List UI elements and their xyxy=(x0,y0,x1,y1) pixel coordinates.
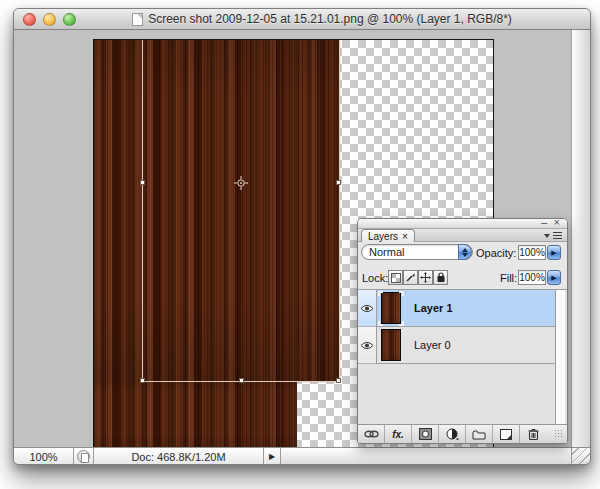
fill-label: Fill: xyxy=(500,272,517,284)
panel-resize-grip[interactable] xyxy=(554,429,564,439)
zoom-button[interactable] xyxy=(63,13,76,26)
vertical-scrollbar[interactable] xyxy=(571,30,591,447)
screenshot-stage: Screen shot 2009-12-05 at 15.21.01.png @… xyxy=(0,0,600,489)
delete-layer-button[interactable] xyxy=(520,425,547,443)
new-adjustment-layer-button[interactable] xyxy=(439,425,466,443)
minimize-button[interactable] xyxy=(43,13,56,26)
opacity-value-field[interactable]: 100% xyxy=(518,245,546,260)
opacity-label: Opacity: xyxy=(476,247,516,259)
layers-list: Layer 1 Layer 0 xyxy=(358,290,567,424)
zoom-level-value: 100% xyxy=(29,451,57,463)
transform-handle-left[interactable] xyxy=(140,180,145,185)
version-cue-status-cell xyxy=(74,448,94,465)
opacity-arrow-icon: ▶ xyxy=(551,249,556,257)
horizontal-scrollbar[interactable] xyxy=(281,448,571,465)
fill-slider-button[interactable]: ▶ xyxy=(547,270,561,285)
add-layer-mask-button[interactable] xyxy=(412,425,439,443)
fill-arrow-icon: ▶ xyxy=(551,274,556,282)
lock-transparency-icon xyxy=(391,273,401,283)
panel-titlebar[interactable]: – × xyxy=(358,219,567,229)
opacity-value: 100% xyxy=(519,247,545,258)
fx-icon: fx. xyxy=(392,429,404,440)
lock-position-button[interactable] xyxy=(418,270,433,285)
titlebar[interactable]: Screen shot 2009-12-05 at 15.21.01.png @… xyxy=(14,9,590,30)
layer-style-button[interactable]: fx. xyxy=(385,425,412,443)
status-menu-button[interactable]: ▶ xyxy=(264,448,281,465)
panel-toolbar: fx. xyxy=(358,424,567,443)
fill-value: 100% xyxy=(519,272,545,283)
lock-label: Lock: xyxy=(362,272,388,284)
layer1-thumbnail[interactable] xyxy=(380,292,402,325)
new-group-button[interactable] xyxy=(466,425,493,443)
window-resize-grip[interactable] xyxy=(571,448,591,465)
panel-controls: Normal Opacity: 100% ▶ Lock: xyxy=(358,242,567,290)
paintbrush-icon xyxy=(405,272,416,283)
tab-layers[interactable]: Layers × xyxy=(361,229,415,242)
transform-right-edge[interactable] xyxy=(339,40,340,382)
visibility-cell[interactable] xyxy=(358,290,377,327)
photoshop-document-window: Screen shot 2009-12-05 at 15.21.01.png @… xyxy=(13,8,591,465)
lock-all-button[interactable] xyxy=(433,270,448,285)
transform-handle-bottom-right[interactable] xyxy=(336,378,341,383)
lock-transparency-button[interactable] xyxy=(388,270,403,285)
transform-handle-bottom-left[interactable] xyxy=(140,378,145,383)
adjustment-layer-icon xyxy=(446,428,459,440)
panel-tab-bar: Layers × xyxy=(358,229,567,242)
layer1-wood-texture[interactable] xyxy=(94,40,340,382)
move-tool-icon xyxy=(420,272,431,283)
flyout-triangle-icon xyxy=(544,234,550,238)
doc-size-value: Doc: 468.8K/1.20M xyxy=(131,451,225,463)
panel-minimize-button[interactable]: – xyxy=(541,218,547,229)
new-layer-button[interactable] xyxy=(493,425,520,443)
status-bar: 100% Doc: 468.8K/1.20M ▶ xyxy=(14,447,591,465)
layers-panel: – × Layers × Normal xyxy=(357,218,568,444)
layer0-thumbnail[interactable] xyxy=(380,329,402,362)
zoom-level-field[interactable]: 100% xyxy=(14,448,74,465)
layer1-name[interactable]: Layer 1 xyxy=(414,302,453,314)
transform-handle-bottom-center[interactable] xyxy=(239,378,244,383)
title-group: Screen shot 2009-12-05 at 15.21.01.png @… xyxy=(132,12,512,26)
layer-row-layer0[interactable]: Layer 0 xyxy=(358,327,555,364)
blend-mode-value: Normal xyxy=(369,246,404,258)
layer-row-layer1[interactable]: Layer 1 xyxy=(358,290,555,327)
blend-mode-dropdown[interactable]: Normal xyxy=(361,244,473,260)
flyout-menu-icon xyxy=(553,232,562,239)
panel-close-button[interactable]: × xyxy=(554,218,560,229)
layers-list-scrollbar[interactable] xyxy=(555,290,565,424)
opacity-slider-button[interactable]: ▶ xyxy=(547,245,561,260)
eye-icon xyxy=(360,341,374,350)
lock-image-button[interactable] xyxy=(403,270,418,285)
transform-handle-right[interactable] xyxy=(336,180,341,185)
layer0-wood-texture[interactable] xyxy=(94,382,297,447)
dropdown-stepper-icon[interactable] xyxy=(458,244,472,260)
link-layers-button[interactable] xyxy=(358,425,385,443)
transform-left-edge[interactable] xyxy=(142,40,143,382)
folder-icon xyxy=(472,429,486,440)
padlock-icon xyxy=(436,272,446,283)
link-icon xyxy=(364,430,379,438)
layer0-name[interactable]: Layer 0 xyxy=(414,339,451,351)
document-proxy-icon[interactable] xyxy=(132,13,143,26)
layer-mask-icon xyxy=(419,428,432,440)
eye-icon xyxy=(360,304,374,313)
new-layer-icon xyxy=(500,429,512,440)
tab-close-icon[interactable]: × xyxy=(402,231,408,242)
close-button[interactable] xyxy=(23,13,36,26)
window-title: Screen shot 2009-12-05 at 15.21.01.png @… xyxy=(148,12,512,26)
visibility-cell[interactable] xyxy=(358,327,377,364)
panel-menu-button[interactable] xyxy=(544,231,562,240)
fill-value-field[interactable]: 100% xyxy=(518,270,546,285)
version-cue-icon[interactable] xyxy=(77,450,90,463)
window-controls xyxy=(23,13,76,26)
trash-icon xyxy=(528,428,539,440)
doc-size-field[interactable]: Doc: 468.8K/1.20M xyxy=(94,448,264,465)
tab-layers-label: Layers xyxy=(368,231,398,242)
transform-reference-point[interactable] xyxy=(233,175,249,191)
status-menu-arrow-icon: ▶ xyxy=(269,452,275,461)
